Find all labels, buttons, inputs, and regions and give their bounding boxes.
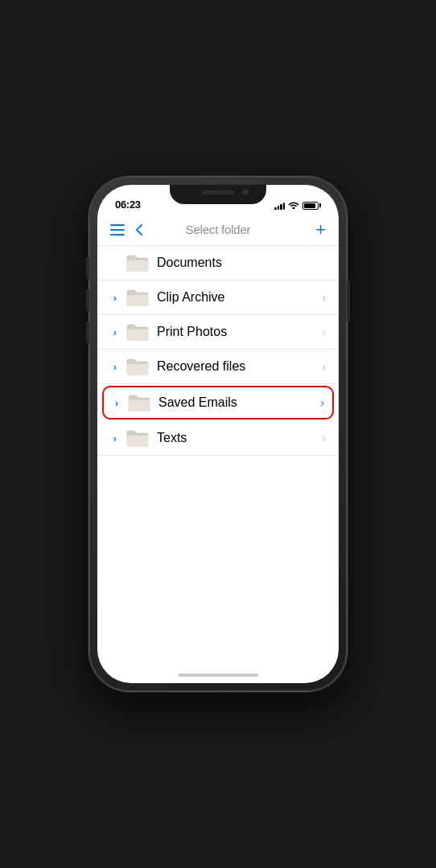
wifi-icon — [288, 200, 299, 211]
nav-bar: Select folder + — [97, 214, 339, 246]
phone-frame: 06:23 — [89, 177, 347, 691]
home-indicator — [178, 674, 258, 677]
folder-name-documents: Documents — [157, 256, 326, 270]
folder-name-saved-emails: Saved Emails — [158, 395, 320, 410]
chevron-right-icon: › — [322, 432, 326, 444]
folder-icon — [126, 254, 149, 272]
folder-list: Documents › Clip Archive › › — [97, 246, 339, 683]
folder-item-print-photos[interactable]: › Print Photos › — [97, 315, 339, 350]
expand-icon-print-photos[interactable]: › — [110, 326, 120, 338]
svg-rect-0 — [110, 224, 125, 226]
camera — [242, 189, 249, 195]
hamburger-icon[interactable] — [110, 224, 125, 235]
folder-name-texts: Texts — [157, 431, 322, 445]
folder-name-print-photos: Print Photos — [157, 325, 322, 339]
expand-icon-clip-archive[interactable]: › — [110, 292, 120, 304]
folder-icon — [128, 394, 150, 411]
expand-icon-recovered-files[interactable]: › — [110, 361, 120, 373]
chevron-right-icon: › — [322, 326, 326, 338]
chevron-right-icon: › — [322, 360, 326, 373]
nav-title: Select folder — [186, 223, 251, 236]
signal-icon — [274, 202, 285, 210]
back-button[interactable] — [133, 223, 147, 237]
folder-name-clip-archive: Clip Archive — [157, 290, 322, 305]
folder-item-saved-emails[interactable]: › Saved Emails › — [102, 386, 334, 420]
expand-icon-saved-emails[interactable]: › — [112, 397, 121, 409]
folder-item-texts[interactable]: › Texts › — [97, 421, 339, 456]
folder-icon — [126, 323, 149, 341]
phone-screen: 06:23 — [97, 185, 339, 683]
svg-rect-2 — [110, 234, 125, 235]
folder-name-recovered-files: Recovered files — [157, 359, 322, 374]
chevron-right-icon: › — [320, 396, 324, 409]
folder-item-recovered-files[interactable]: › Recovered files › — [97, 350, 339, 384]
folder-item-clip-archive[interactable]: › Clip Archive › — [97, 280, 339, 315]
chevron-right-icon: › — [322, 291, 326, 304]
add-button[interactable]: + — [315, 221, 326, 239]
folder-icon — [126, 429, 149, 447]
status-time: 06:23 — [115, 199, 141, 211]
battery-icon — [302, 202, 321, 210]
speaker — [202, 190, 234, 194]
folder-icon — [126, 289, 149, 306]
expand-icon-texts[interactable]: › — [110, 432, 120, 444]
notch — [170, 185, 266, 204]
folder-icon — [126, 358, 149, 375]
status-icons — [274, 200, 321, 211]
folder-item-documents[interactable]: Documents — [97, 246, 339, 280]
svg-rect-1 — [110, 229, 125, 231]
